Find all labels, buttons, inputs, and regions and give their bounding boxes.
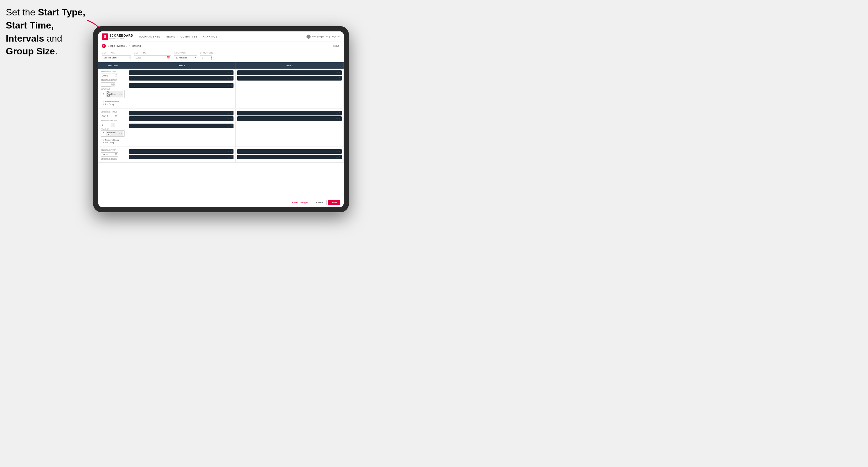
player-x-2-2[interactable]: ×: [336, 77, 338, 80]
starting-hole-wrapper-1[interactable]: ▲ ▼: [101, 82, 115, 87]
player-row-1-1: × ✎: [129, 70, 234, 75]
start-type-select[interactable]: 1st Tee Start Shotgun Start: [102, 55, 131, 60]
player-edit-3-1[interactable]: ✎: [230, 112, 232, 114]
player-x-5-2[interactable]: ×: [228, 156, 229, 158]
tee-group-1: STARTING TIME: ⏰ STARTING HOLE: ▲ ▼: [98, 69, 344, 108]
player-x-2-1[interactable]: ×: [336, 72, 338, 74]
player-x-3-3[interactable]: ×: [228, 125, 229, 127]
user-email: blair@clippd.io: [312, 35, 328, 38]
nav-committee[interactable]: COMMITTEE: [180, 35, 198, 38]
course-edit-2[interactable]: ✎: [120, 132, 122, 135]
course-edit-1[interactable]: ✎: [120, 93, 122, 95]
player-edit-4-1[interactable]: ✎: [339, 112, 341, 114]
player-x-3-2[interactable]: ×: [228, 118, 229, 120]
remove-group-2[interactable]: ○ Remove Group: [103, 139, 122, 141]
player-row-1-3: × ✎: [129, 83, 234, 88]
player-edit-6-2[interactable]: ✎: [339, 156, 341, 158]
course-remove-2[interactable]: ×: [119, 133, 120, 135]
player-edit-6-1[interactable]: ✎: [339, 150, 341, 153]
player-edit-3-2[interactable]: ✎: [230, 118, 232, 120]
player-row-3-3: × ✎: [129, 124, 234, 128]
nav-rankings[interactable]: RANKINGS: [202, 35, 218, 38]
add-group-2[interactable]: + Add Group: [103, 142, 122, 144]
start-type-label: Start Type: [102, 52, 131, 54]
hole-down-1[interactable]: ▼: [111, 85, 115, 87]
add-group-1[interactable]: + Add Group: [103, 103, 122, 105]
sub-header: C Clippd Invitatio... > Hosting < Back: [98, 42, 344, 50]
tee-left-1: STARTING TIME: ⏰ STARTING HOLE: ▲ ▼: [98, 69, 127, 108]
tee-left-3: STARTING TIME: ⏰ STARTING HOLE:: [98, 148, 127, 162]
tournament-name[interactable]: Clippd Invitatio...: [107, 44, 127, 48]
player-x-3-1[interactable]: ×: [228, 112, 229, 114]
intervals-select[interactable]: 10 Minutes 8 Minutes 12 Minutes: [174, 55, 197, 60]
player-x-1-2[interactable]: ×: [228, 77, 229, 80]
tournament-icon: C: [102, 44, 106, 48]
hole-up-2[interactable]: ▲: [111, 123, 115, 125]
start-type-select-wrapper[interactable]: 1st Tee Start Shotgun Start: [102, 54, 131, 60]
player-edit-5-1[interactable]: ✎: [230, 150, 232, 153]
player-row-4-1: × ✎: [237, 111, 342, 116]
player-x-1-1[interactable]: ×: [228, 72, 229, 74]
sign-out-link[interactable]: Sign out: [332, 35, 340, 38]
instruction-bold4: Group Size: [6, 46, 55, 56]
player-x-6-2[interactable]: ×: [336, 156, 338, 158]
player-edit-1-2[interactable]: ✎: [230, 77, 232, 80]
course-name-2: East Lake GC: [107, 131, 118, 135]
player-edit-2-1[interactable]: ✎: [339, 71, 341, 74]
starting-time-label-3: STARTING TIME:: [101, 149, 125, 151]
player-row-3-2: × ✎: [129, 116, 234, 121]
reset-changes-button[interactable]: Reset Changes: [289, 200, 311, 205]
save-button[interactable]: Save: [328, 200, 340, 205]
cancel-button[interactable]: Cancel: [313, 200, 327, 205]
group-size-select[interactable]: 3 2 4: [200, 55, 212, 60]
tee-group-2: STARTING TIME: ⏰ STARTING HOLE: ▲ ▼: [98, 109, 344, 147]
starting-time-label-1: STARTING TIME:: [101, 70, 125, 72]
player-x-5-1[interactable]: ×: [228, 151, 229, 153]
starting-time-wrapper-1[interactable]: ⏰: [101, 72, 118, 78]
starting-hole-label-1: STARTING HOLE:: [101, 79, 125, 81]
group-size-label: Group Size: [200, 52, 213, 54]
player-row-2-1: × ✎: [237, 70, 342, 75]
course-label-2: COURSE:: [101, 128, 125, 130]
tee-groups-list: STARTING TIME: ⏰ STARTING HOLE: ▲ ▼: [98, 69, 344, 198]
start-type-field: Start Type 1st Tee Start Shotgun Start: [102, 52, 131, 60]
remove-icon-2: ○: [103, 139, 104, 141]
player-edit-2-2[interactable]: ✎: [339, 77, 341, 80]
hosting-label: Hosting: [132, 44, 141, 48]
player-edit-1-1[interactable]: ✎: [230, 71, 232, 74]
intervals-select-wrapper[interactable]: 10 Minutes 8 Minutes 12 Minutes: [174, 54, 197, 60]
player-x-1-3[interactable]: ×: [228, 85, 229, 87]
group-size-select-wrapper[interactable]: 3 2 4: [200, 54, 213, 60]
course-tag-1: (A) Peachtree GC × ✎: [106, 91, 123, 97]
player-row-5-2: × ✎: [129, 155, 234, 159]
start-time-input[interactable]: [134, 55, 171, 60]
remove-group-1[interactable]: ○ Remove Group: [103, 101, 122, 103]
player-edit-3-3[interactable]: ✎: [230, 125, 232, 127]
logo-text: SCOREBOARD: [109, 34, 133, 37]
logo-sub: Powered by clippd: [109, 37, 133, 39]
table-container: Tee Time Team 1 Team 2 STARTING TIME: ⏰: [98, 62, 344, 198]
course-remove-1[interactable]: ×: [119, 93, 120, 95]
player-edit-4-2[interactable]: ✎: [339, 118, 341, 120]
player-x-6-1[interactable]: ×: [336, 151, 338, 153]
start-time-field: Start Time ⏰: [134, 52, 171, 60]
player-edit-1-3[interactable]: ✎: [230, 84, 232, 87]
header-team2: Team 2: [236, 62, 344, 69]
instruction-text: Set the Start Type, Start Time, Interval…: [6, 6, 90, 58]
player-x-4-1[interactable]: ×: [336, 112, 338, 114]
course-select-1[interactable]: 🏌 (A) Peachtree GC × ✎: [101, 90, 125, 98]
course-select-2[interactable]: 🏌 East Lake GC × ✎: [101, 130, 125, 137]
nav-tournaments[interactable]: TOURNAMENTS: [138, 35, 161, 38]
course-tag-2: East Lake GC × ✎: [106, 131, 123, 136]
hole-up-1[interactable]: ▲: [111, 82, 115, 85]
tablet-screen: S SCOREBOARD Powered by clippd TOURNAMEN…: [98, 31, 344, 207]
player-row-5-1: × ✎: [129, 149, 234, 154]
footer: Reset Changes Cancel Save: [98, 198, 344, 207]
player-x-4-2[interactable]: ×: [336, 118, 338, 120]
hole-down-2[interactable]: ▼: [111, 125, 115, 127]
starting-hole-label-3: STARTING HOLE:: [101, 158, 125, 160]
back-button[interactable]: < Back: [332, 44, 340, 48]
starting-hole-wrapper-2[interactable]: ▲ ▼: [101, 123, 115, 127]
nav-teams[interactable]: TEAMS: [165, 35, 176, 38]
player-edit-5-2[interactable]: ✎: [230, 156, 232, 158]
